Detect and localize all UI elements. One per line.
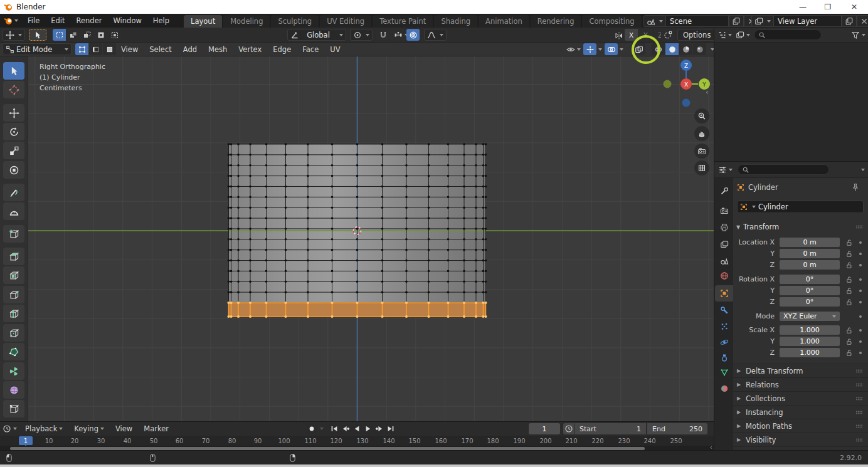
end-frame-field[interactable]: End250 <box>647 423 707 434</box>
tab-particles[interactable] <box>715 318 733 335</box>
transform-correct-face-button[interactable] <box>661 29 674 41</box>
tool-select-box[interactable] <box>3 62 24 80</box>
drag-handle-icon[interactable] <box>855 382 864 388</box>
value-field[interactable]: 1.000 <box>780 348 840 357</box>
tool-spin[interactable] <box>3 362 24 380</box>
show-overlays-dropdown[interactable] <box>605 43 623 55</box>
tab-output[interactable] <box>715 219 733 236</box>
camera-view-button[interactable] <box>694 144 709 159</box>
panel-header[interactable]: ▶Motion Paths <box>733 419 868 433</box>
active-tool-button[interactable] <box>3 29 25 41</box>
lock-icon[interactable] <box>845 338 853 345</box>
tool-add-cube[interactable] <box>3 225 24 243</box>
tab-texture-paint[interactable]: Texture Paint <box>373 15 433 28</box>
mirror-x-button[interactable]: X <box>625 29 638 41</box>
gizmo-neg-z-ball[interactable] <box>682 99 691 107</box>
play-reverse-button[interactable] <box>351 423 362 434</box>
tool-move[interactable] <box>3 104 24 122</box>
tab-scene[interactable] <box>715 253 733 269</box>
menu-add[interactable]: Add <box>177 43 203 56</box>
tab-compositing[interactable]: Compositing <box>582 15 641 28</box>
face-select-button[interactable] <box>103 43 116 55</box>
value-field[interactable]: 1.000 <box>780 337 840 346</box>
value-field[interactable]: 1.000 <box>780 325 840 335</box>
display-mode-dropdown[interactable] <box>736 31 750 39</box>
lock-icon[interactable] <box>845 349 853 357</box>
tab-shading[interactable]: Shading <box>434 15 477 28</box>
rendered-shading-button[interactable] <box>693 43 706 55</box>
tool-inset-faces[interactable] <box>3 266 24 284</box>
auto-keying-button[interactable] <box>306 423 317 434</box>
menu-file[interactable]: File <box>22 14 45 28</box>
menu-edge[interactable]: Edge <box>267 43 297 56</box>
rotation-mode-dropdown[interactable]: XYZ Euler <box>780 312 840 321</box>
animate-dot[interactable] <box>859 241 862 244</box>
tab-object[interactable] <box>715 285 733 302</box>
start-frame-field[interactable]: Start1 <box>574 423 646 434</box>
toggle-grid-button[interactable] <box>694 160 709 176</box>
select-mode-subtract-button[interactable] <box>80 29 93 41</box>
animate-dot[interactable] <box>859 290 862 292</box>
drag-handle-icon[interactable] <box>855 368 864 374</box>
jump-to-end-button[interactable] <box>385 423 396 434</box>
drag-handle-icon[interactable] <box>855 409 864 416</box>
drag-handle-icon[interactable] <box>855 224 864 230</box>
outliner-search-input[interactable] <box>754 29 822 40</box>
editor-type-dropdown[interactable] <box>718 165 733 174</box>
select-mode-extend-button[interactable] <box>66 29 80 41</box>
tab-view-layer[interactable] <box>715 236 733 253</box>
drag-handle-icon[interactable] <box>855 437 864 443</box>
lock-icon[interactable] <box>845 287 853 295</box>
new-view-layer-button[interactable] <box>842 15 857 27</box>
menu-render[interactable]: Render <box>71 14 108 28</box>
lock-icon[interactable] <box>845 239 853 246</box>
lock-icon[interactable] <box>845 276 853 283</box>
tool-knife[interactable] <box>3 324 24 342</box>
sidebar-collapse-arrow[interactable]: ‹ <box>706 88 709 97</box>
edge-select-button[interactable] <box>89 43 102 55</box>
panel-header[interactable]: ▶Relations <box>733 377 868 391</box>
tab-modifiers[interactable] <box>715 302 733 318</box>
lock-icon[interactable] <box>845 261 853 269</box>
drag-handle-icon[interactable] <box>855 396 864 402</box>
zoom-view-button[interactable] <box>694 108 709 123</box>
next-keyframe-button[interactable] <box>374 423 384 434</box>
jump-to-start-button[interactable] <box>329 423 339 434</box>
pan-view-button[interactable] <box>694 126 709 141</box>
vertex-select-button[interactable] <box>75 43 88 55</box>
pivot-point-dropdown[interactable] <box>350 29 373 41</box>
object-type-visibility-dropdown[interactable] <box>566 45 581 54</box>
mirror-y-button[interactable]: Y <box>639 29 652 41</box>
lock-icon[interactable] <box>845 250 853 258</box>
properties-search-input[interactable] <box>738 164 829 175</box>
tool-bevel[interactable] <box>3 286 24 303</box>
editor-type-dropdown[interactable] <box>717 31 732 39</box>
animate-dot[interactable] <box>859 264 862 266</box>
value-field[interactable]: 0° <box>780 275 840 284</box>
keying-popover-dropdown[interactable] <box>320 428 324 432</box>
filter-dropdown[interactable] <box>851 31 865 39</box>
timeline-scrollbar-thumb[interactable] <box>10 447 645 450</box>
select-mode-set-button[interactable] <box>53 29 66 41</box>
remove-view-layer-button[interactable] <box>857 15 868 27</box>
menu-vertex[interactable]: Vertex <box>233 43 267 56</box>
pin-icon[interactable] <box>851 183 860 192</box>
tab-material[interactable] <box>715 380 733 397</box>
drag-handle-icon[interactable] <box>855 423 864 429</box>
menu-view[interactable]: View <box>115 43 144 56</box>
animate-dot[interactable] <box>859 301 862 303</box>
view-layer-browse-button[interactable] <box>751 15 774 27</box>
minimize-button[interactable]: — <box>790 3 815 11</box>
maximize-button[interactable]: ❒ <box>815 3 840 11</box>
viewport-3d[interactable]: Right Orthographic (1) Cylinder Centimet… <box>28 56 714 421</box>
app-menu-button[interactable] <box>0 14 22 28</box>
prev-keyframe-button[interactable] <box>340 423 351 434</box>
menu-keying[interactable]: Keying <box>68 422 110 436</box>
menu-view[interactable]: View <box>110 422 138 436</box>
menu-select[interactable]: Select <box>144 43 177 56</box>
tab-render[interactable] <box>715 202 733 219</box>
animate-dot[interactable] <box>859 315 862 318</box>
tab-world[interactable] <box>715 268 733 284</box>
animate-dot[interactable] <box>859 352 862 354</box>
timeline-ruler[interactable]: 1020304050607080901001101201301401501601… <box>0 436 714 446</box>
